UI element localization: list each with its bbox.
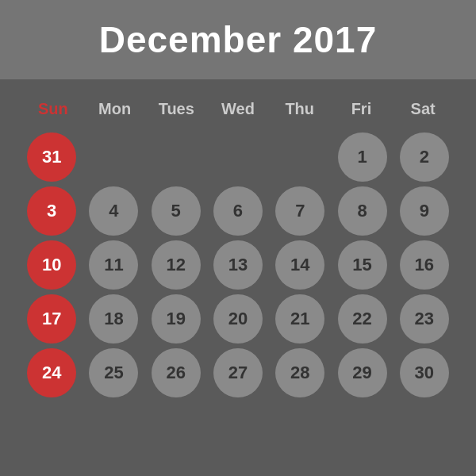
calendar-header: December 2017 [0, 0, 476, 79]
day-cell[interactable]: 14 [271, 240, 329, 290]
day-number[interactable]: 17 [27, 294, 76, 344]
calendar-body: SunMonTuesWedThuFriSat 31123456789101112… [0, 79, 476, 476]
day-number[interactable] [89, 132, 138, 182]
day-number[interactable]: 16 [400, 240, 449, 290]
day-number[interactable]: 6 [213, 186, 263, 236]
day-number[interactable]: 31 [27, 132, 76, 182]
day-number[interactable]: 3 [27, 186, 76, 236]
day-number[interactable]: 27 [213, 348, 263, 397]
day-cell[interactable]: 26 [147, 348, 205, 397]
day-cell[interactable]: 23 [395, 294, 454, 344]
days-grid: 3112345678910111213141516171819202122232… [22, 132, 454, 397]
day-cell[interactable]: 2 [395, 132, 454, 182]
day-number[interactable]: 14 [275, 240, 324, 290]
day-number[interactable]: 21 [275, 294, 324, 344]
day-number[interactable] [152, 132, 201, 182]
day-cell[interactable]: 10 [22, 240, 81, 290]
day-cell[interactable] [147, 132, 205, 182]
day-header-sun: Sun [22, 94, 84, 125]
day-number[interactable]: 11 [89, 240, 138, 290]
day-number[interactable]: 20 [213, 294, 263, 344]
day-number[interactable]: 8 [338, 186, 387, 236]
calendar-title: December 2017 [99, 18, 378, 61]
day-number[interactable]: 19 [152, 294, 201, 344]
day-number[interactable]: 18 [89, 294, 138, 344]
day-number[interactable]: 9 [400, 186, 449, 236]
day-header-sat: Sat [392, 94, 454, 125]
day-number[interactable]: 13 [213, 240, 263, 290]
day-number[interactable]: 15 [338, 240, 387, 290]
day-cell[interactable]: 5 [147, 186, 205, 236]
day-cell[interactable]: 17 [22, 294, 81, 344]
day-number[interactable]: 1 [338, 132, 387, 182]
day-header-thu: Thu [269, 94, 331, 125]
day-cell[interactable]: 13 [209, 240, 267, 290]
day-number[interactable]: 29 [338, 348, 387, 397]
day-cell[interactable]: 27 [209, 348, 267, 397]
day-number[interactable]: 24 [27, 348, 76, 397]
day-cell[interactable]: 24 [22, 348, 81, 397]
day-cell[interactable]: 3 [22, 186, 81, 236]
day-header-wed: Wed [207, 94, 269, 125]
day-cell[interactable]: 22 [332, 294, 391, 344]
day-cell[interactable]: 9 [395, 186, 454, 236]
day-number[interactable]: 22 [338, 294, 387, 344]
day-cell[interactable]: 11 [84, 240, 143, 290]
day-cell[interactable]: 12 [147, 240, 205, 290]
day-cell[interactable]: 19 [147, 294, 205, 344]
day-cell[interactable] [84, 132, 143, 182]
day-number[interactable]: 10 [27, 240, 76, 290]
day-cell[interactable]: 21 [271, 294, 329, 344]
day-cell[interactable]: 1 [332, 132, 391, 182]
day-header-mon: Mon [84, 94, 146, 125]
day-cell[interactable]: 29 [332, 348, 391, 397]
day-cell[interactable] [209, 132, 267, 182]
day-number[interactable]: 5 [152, 186, 201, 236]
day-number[interactable]: 26 [152, 348, 201, 397]
day-cell[interactable]: 8 [332, 186, 391, 236]
day-number[interactable]: 12 [152, 240, 201, 290]
day-cell[interactable]: 30 [395, 348, 454, 397]
day-number[interactable]: 23 [400, 294, 449, 344]
day-number[interactable]: 7 [275, 186, 324, 236]
day-cell[interactable]: 31 [22, 132, 81, 182]
day-cell[interactable]: 6 [209, 186, 267, 236]
day-cell[interactable]: 15 [332, 240, 391, 290]
day-number[interactable] [275, 132, 324, 182]
day-cell[interactable]: 28 [271, 348, 329, 397]
day-cell[interactable]: 18 [84, 294, 143, 344]
day-number[interactable]: 28 [275, 348, 324, 397]
day-number[interactable]: 25 [89, 348, 138, 397]
day-number[interactable]: 30 [400, 348, 449, 397]
day-cell[interactable]: 25 [84, 348, 143, 397]
day-header-tues: Tues [145, 94, 207, 125]
day-number[interactable]: 2 [400, 132, 449, 182]
day-cell[interactable]: 20 [209, 294, 267, 344]
day-headers-row: SunMonTuesWedThuFriSat [22, 94, 454, 125]
day-cell[interactable]: 4 [84, 186, 143, 236]
day-number[interactable] [213, 132, 263, 182]
day-header-fri: Fri [331, 94, 393, 125]
day-cell[interactable] [271, 132, 329, 182]
day-number[interactable]: 4 [89, 186, 138, 236]
day-cell[interactable]: 7 [271, 186, 329, 236]
day-cell[interactable]: 16 [395, 240, 454, 290]
